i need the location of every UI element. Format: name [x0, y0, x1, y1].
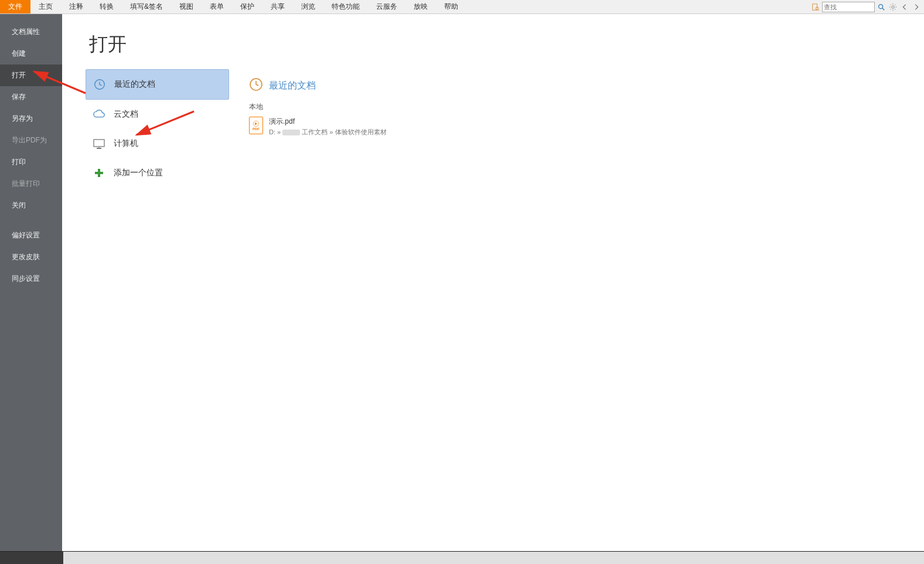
pdf-file-icon: PDF [249, 117, 263, 134]
sidebar-item-sync[interactable]: 同步设置 [0, 268, 62, 290]
location-computer[interactable]: 计算机 [86, 129, 229, 158]
sidebar-item-close[interactable]: 关闭 [0, 195, 62, 216]
menu-cloud[interactable]: 云服务 [368, 0, 405, 13]
svg-line-2 [818, 9, 819, 11]
recent-file-name: 演示.pdf [269, 117, 387, 127]
location-cloud-docs[interactable]: 云文档 [86, 100, 229, 129]
sidebar-item-batch-print[interactable]: 批量打印 [0, 173, 62, 195]
menu-annotate[interactable]: 注释 [61, 0, 91, 13]
menu-help[interactable]: 帮助 [436, 0, 466, 13]
computer-icon [91, 136, 107, 151]
sidebar-item-save-as[interactable]: 另存为 [0, 108, 62, 130]
sidebar-item-export-pdf[interactable]: 导出PDF为 [0, 130, 62, 151]
recent-documents-panel: 最近的文档 本地 PDF 演示.pdf D: » 工作文档 » 体验软件使用素材 [229, 14, 924, 551]
location-label: 计算机 [114, 138, 138, 149]
open-locations-panel: 打开 最近的文档 云文档 [62, 14, 229, 551]
svg-rect-7 [94, 140, 104, 147]
clock-icon [249, 77, 263, 94]
recent-docs-header: 最近的文档 [249, 77, 901, 94]
clock-icon [92, 77, 107, 92]
sidebar-item-preferences[interactable]: 偏好设置 [0, 225, 62, 246]
top-menu-bar: 文件 主页 注释 转换 填写&签名 视图 表单 保护 共享 浏览 特色功能 云服… [0, 0, 924, 14]
menu-special[interactable]: 特色功能 [323, 0, 368, 13]
location-recent-docs[interactable]: 最近的文档 [86, 69, 229, 100]
sidebar-item-open[interactable]: 打开 [0, 64, 62, 86]
menu-fill-sign[interactable]: 填写&签名 [122, 0, 171, 13]
location-label: 添加一个位置 [114, 168, 163, 178]
search-icon[interactable] [876, 2, 887, 12]
svg-point-3 [879, 4, 883, 8]
sidebar-item-doc-properties[interactable]: 文档属性 [0, 21, 62, 43]
sidebar-item-save[interactable]: 保存 [0, 86, 62, 108]
nav-back-icon[interactable] [899, 2, 910, 12]
menu-form[interactable]: 表单 [202, 0, 232, 13]
menu-convert[interactable]: 转换 [91, 0, 122, 13]
menu-home[interactable]: 主页 [30, 0, 61, 13]
menu-browse[interactable]: 浏览 [293, 0, 323, 13]
menu-file[interactable]: 文件 [0, 0, 30, 13]
menu-slideshow[interactable]: 放映 [405, 0, 436, 13]
menu-protect[interactable]: 保护 [232, 0, 262, 13]
location-add[interactable]: 添加一个位置 [86, 158, 229, 188]
recent-file-path: D: » 工作文档 » 体验软件使用素材 [269, 128, 387, 137]
plus-icon [91, 165, 107, 181]
recent-file-item[interactable]: PDF 演示.pdf D: » 工作文档 » 体验软件使用素材 [249, 115, 901, 138]
svg-point-5 [892, 5, 894, 8]
status-bar [0, 551, 924, 564]
search-input[interactable] [822, 2, 875, 12]
sidebar-item-create[interactable]: 创建 [0, 43, 62, 64]
cloud-icon [91, 107, 107, 122]
svg-rect-8 [97, 148, 101, 149]
search-area [810, 0, 924, 13]
section-local-label: 本地 [249, 102, 901, 112]
file-sidebar: 文档属性 创建 打开 保存 另存为 导出PDF为 打印 批量打印 关闭 偏好设置… [0, 14, 62, 551]
settings-icon[interactable] [888, 2, 898, 12]
redacted-segment [282, 130, 300, 135]
sidebar-item-skin[interactable]: 更改皮肤 [0, 246, 62, 268]
svg-line-4 [882, 8, 885, 10]
sidebar-item-print[interactable]: 打印 [0, 151, 62, 173]
nav-forward-icon[interactable] [911, 2, 922, 12]
menu-share[interactable]: 共享 [262, 0, 293, 13]
location-label: 最近的文档 [114, 79, 155, 90]
find-page-icon[interactable] [810, 2, 821, 12]
menu-view[interactable]: 视图 [171, 0, 202, 13]
page-title: 打开 [89, 32, 229, 57]
location-label: 云文档 [114, 109, 138, 120]
recent-docs-title: 最近的文档 [269, 80, 316, 92]
